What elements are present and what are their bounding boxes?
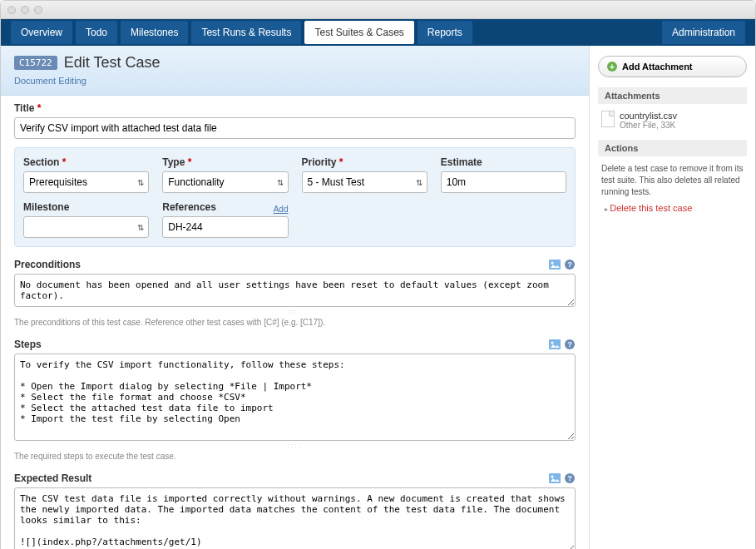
delete-test-case-link[interactable]: Delete this test case	[598, 203, 747, 213]
svg-rect-0	[549, 260, 561, 270]
references-add-link[interactable]: Add	[274, 205, 289, 214]
priority-label: Priority *	[302, 156, 427, 168]
attachment-item[interactable]: countrylist.csv Other File, 33K	[598, 111, 747, 130]
nav-reports[interactable]: Reports	[418, 21, 472, 44]
nav-testsuites[interactable]: Test Suites & Cases	[304, 21, 413, 44]
page-title: Edit Test Case	[64, 54, 161, 72]
plus-icon: +	[607, 62, 617, 72]
page-header: C15722 Edit Test Case Document Editing	[1, 46, 589, 96]
estimate-label: Estimate	[441, 156, 566, 168]
steps-textarea[interactable]	[14, 354, 576, 441]
expected-textarea[interactable]	[14, 487, 576, 549]
steps-help: The required steps to execute the test c…	[14, 452, 576, 461]
nav-administration[interactable]: Administration	[662, 21, 745, 44]
estimate-input[interactable]	[441, 171, 566, 193]
expected-label: Expected Result	[14, 472, 91, 484]
svg-point-5	[551, 342, 554, 344]
svg-point-9	[551, 476, 554, 478]
image-icon[interactable]	[549, 339, 561, 350]
window-titlebar	[1, 1, 755, 19]
sidebar: + Add Attachment Attachments countrylist…	[589, 46, 755, 549]
file-icon	[601, 111, 615, 127]
case-id-badge: C15722	[14, 56, 57, 70]
nav-testruns[interactable]: Test Runs & Results	[191, 21, 301, 44]
window-close-dot[interactable]	[7, 6, 16, 14]
svg-rect-8	[549, 473, 561, 483]
resize-handle[interactable]: ::::	[14, 308, 576, 315]
top-nav: Overview Todo Milestones Test Runs & Res…	[1, 19, 755, 46]
image-icon[interactable]	[549, 472, 561, 484]
help-icon[interactable]: ?	[564, 259, 576, 270]
add-attachment-button[interactable]: + Add Attachment	[598, 56, 747, 77]
type-label: Type *	[162, 156, 288, 168]
nav-todo[interactable]: Todo	[76, 21, 117, 44]
attachments-section-title: Attachments	[598, 87, 747, 104]
properties-panel: Section * Prerequisites Type * Functiona…	[14, 147, 576, 247]
svg-point-1	[551, 262, 554, 265]
help-icon[interactable]: ?	[564, 339, 576, 350]
references-label: References	[162, 201, 216, 213]
preconditions-help: The preconditions of this test case. Ref…	[14, 318, 576, 327]
svg-text:?: ?	[567, 340, 572, 349]
priority-select[interactable]: 5 - Must Test	[302, 171, 427, 193]
window-max-dot[interactable]	[34, 6, 42, 14]
attachment-meta: Other File, 33K	[620, 121, 677, 130]
section-label: Section *	[23, 156, 149, 168]
svg-text:?: ?	[567, 474, 572, 482]
preconditions-textarea[interactable]	[14, 274, 576, 307]
milestone-label: Milestone	[23, 201, 149, 213]
window-min-dot[interactable]	[21, 6, 29, 14]
type-select[interactable]: Functionality	[162, 171, 288, 193]
app-window: Overview Todo Milestones Test Runs & Res…	[0, 0, 756, 549]
title-input[interactable]	[14, 117, 576, 139]
section-select[interactable]: Prerequisites	[23, 171, 149, 193]
attachment-name: countrylist.csv	[620, 111, 677, 121]
steps-label: Steps	[14, 339, 42, 350]
preconditions-label: Preconditions	[14, 259, 81, 270]
svg-rect-4	[549, 339, 561, 349]
help-icon[interactable]: ?	[564, 472, 576, 484]
references-input[interactable]	[162, 216, 288, 238]
delete-description: Delete a test case to remove it from its…	[598, 163, 747, 198]
main-content: C15722 Edit Test Case Document Editing T…	[1, 46, 589, 549]
title-label: Title *	[14, 102, 576, 114]
image-icon[interactable]	[549, 259, 561, 270]
resize-handle[interactable]: ::::	[14, 442, 576, 449]
nav-milestones[interactable]: Milestones	[121, 21, 188, 44]
nav-overview[interactable]: Overview	[11, 21, 72, 44]
actions-section-title: Actions	[598, 140, 747, 156]
breadcrumb[interactable]: Document Editing	[14, 76, 86, 86]
milestone-select[interactable]	[23, 216, 149, 238]
svg-text:?: ?	[567, 260, 572, 269]
